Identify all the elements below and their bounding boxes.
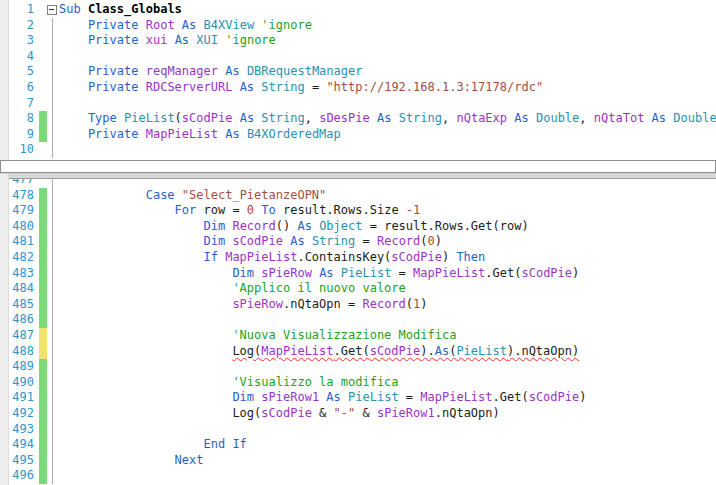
line-number[interactable]: 8 [6, 111, 39, 127]
code-line[interactable]: 3Private xui As XUI 'ignore [6, 33, 716, 49]
collapsed-search-bar[interactable] [0, 160, 716, 173]
token: DBRequestManager [247, 64, 363, 78]
code-line[interactable]: 485sPieRow.nQtaOpn = Record(1) [6, 297, 716, 313]
token [232, 111, 239, 125]
code-line[interactable]: 480Dim Record() As Object = result.Rows.… [6, 219, 716, 235]
code-line[interactable]: 492Log(sCodPie & "-" & sPieRow1.nQtaOpn) [6, 406, 716, 422]
token: 'ignore [261, 18, 312, 32]
token: sCodPie [182, 111, 233, 125]
token: As [377, 111, 391, 125]
fold-margin [47, 406, 59, 422]
code-line[interactable]: 496 [6, 468, 716, 484]
token: For [175, 203, 197, 217]
line-number[interactable]: 493 [6, 422, 39, 438]
code-line[interactable]: 4 [6, 49, 716, 65]
code-line[interactable]: 481Dim sCodPie As String = Record(0) [6, 234, 716, 250]
token: As [326, 390, 340, 404]
fold-margin [47, 453, 59, 469]
line-number[interactable]: 492 [6, 406, 39, 422]
code-text: Case "Select_PietanzeOPN" [59, 188, 326, 204]
code-line[interactable]: 486 [6, 312, 716, 328]
code-line[interactable]: 482If MapPieList.ContainsKey(sCodPie) Th… [6, 250, 716, 266]
fold-collapse-icon[interactable] [47, 2, 59, 18]
line-number[interactable]: 7 [6, 96, 39, 112]
code-pane-bottom[interactable]: 477478Case "Select_PietanzeOPN"479For ro… [0, 179, 716, 485]
token: ) [572, 266, 579, 280]
code-line[interactable]: 488Log(MapPieList.Get(sCodPie).As(PieLis… [6, 344, 716, 360]
line-number[interactable]: 495 [6, 453, 39, 469]
code-line[interactable]: 1Sub Class_Globals [6, 2, 716, 18]
token: As [182, 18, 196, 32]
line-number[interactable]: 496 [6, 468, 39, 484]
token: .ContainsKey( [297, 250, 391, 264]
token: .Get( [334, 344, 370, 358]
token [175, 188, 182, 202]
line-number[interactable]: 484 [6, 281, 39, 297]
code-line[interactable]: 483Dim sPieRow As PieList = MapPieList.G… [6, 266, 716, 282]
token: .nQtaOpn) [435, 406, 500, 420]
code-line[interactable]: 2Private Root As B4XView 'ignore [6, 18, 716, 34]
line-number[interactable]: 4 [6, 49, 39, 65]
line-number[interactable]: 5 [6, 64, 39, 80]
code-line[interactable]: 487'Nuova Visualizzazione Modifica [6, 328, 716, 344]
line-number[interactable]: 480 [6, 219, 39, 235]
code-line[interactable]: 6Private RDCServerURL As String = "http:… [6, 80, 716, 96]
code-line[interactable]: 495Next [6, 453, 716, 469]
code-line[interactable]: 490'Visualizzo la modifica [6, 375, 716, 391]
token [196, 18, 203, 32]
line-number[interactable]: 9 [6, 127, 39, 143]
token: As [240, 111, 254, 125]
line-number[interactable]: 482 [6, 250, 39, 266]
line-number[interactable]: 478 [6, 188, 39, 204]
token: ). [420, 344, 434, 358]
line-number[interactable]: 487 [6, 328, 39, 344]
line-number[interactable]: 488 [6, 344, 39, 360]
line-number[interactable]: 6 [6, 80, 39, 96]
line-number[interactable]: 490 [6, 375, 39, 391]
code-line[interactable]: 9Private MapPieList As B4XOrderedMap [6, 127, 716, 143]
code-line[interactable]: 489 [6, 359, 716, 375]
code-line[interactable]: 491Dim sPieRow1 As PieList = MapPieList.… [6, 390, 716, 406]
code-line[interactable]: 477 [6, 179, 716, 188]
token: sCodPie [261, 406, 312, 420]
fold-margin [47, 250, 59, 266]
fold-margin [47, 80, 59, 96]
code-line[interactable]: 493 [6, 422, 716, 438]
code-line[interactable]: 5Private reqManager As DBRequestManager [6, 64, 716, 80]
token: As [297, 219, 311, 233]
line-number[interactable]: 485 [6, 297, 39, 313]
token: ) [435, 234, 442, 248]
token: Dim [232, 266, 254, 280]
code-line[interactable]: 10 [6, 142, 716, 158]
line-number[interactable]: 486 [6, 312, 39, 328]
line-number[interactable]: 489 [6, 359, 39, 375]
line-number[interactable]: 3 [6, 33, 39, 49]
token: .Get( [485, 266, 521, 280]
code-line[interactable]: 7 [6, 96, 716, 112]
line-number[interactable]: 494 [6, 437, 39, 453]
green-change-marker [39, 375, 47, 391]
token: Then [456, 250, 485, 264]
line-number[interactable]: 481 [6, 234, 39, 250]
code-pane-top[interactable]: 1Sub Class_Globals2Private Root As B4XVi… [0, 0, 716, 160]
line-number[interactable]: 491 [6, 390, 39, 406]
code-text: Log(sCodPie & "-" & sPieRow1.nQtaOpn) [59, 406, 500, 422]
code-line[interactable]: 494End If [6, 437, 716, 453]
fold-margin [47, 234, 59, 250]
code-line[interactable]: 8Type PieList(sCodPie As String, sDesPie… [6, 111, 716, 127]
token [175, 18, 182, 32]
code-line[interactable]: 479For row = 0 To result.Rows.Size -1 [6, 203, 716, 219]
error-underline: Log(MapPieList.Get(sCodPie).As(PieList).… [232, 344, 579, 358]
line-number[interactable]: 1 [6, 2, 39, 18]
line-number[interactable]: 477 [6, 179, 39, 188]
line-number[interactable]: 483 [6, 266, 39, 282]
token: Record [232, 219, 275, 233]
token: MapPieList [413, 266, 485, 280]
line-number[interactable]: 479 [6, 203, 39, 219]
code-line[interactable]: 484'Applico il nuovo valore [6, 281, 716, 297]
token: .nQtaOpn = [283, 297, 362, 311]
token [240, 64, 247, 78]
code-line[interactable]: 478Case "Select_PietanzeOPN" [6, 188, 716, 204]
line-number[interactable]: 10 [6, 142, 39, 158]
line-number[interactable]: 2 [6, 18, 39, 34]
